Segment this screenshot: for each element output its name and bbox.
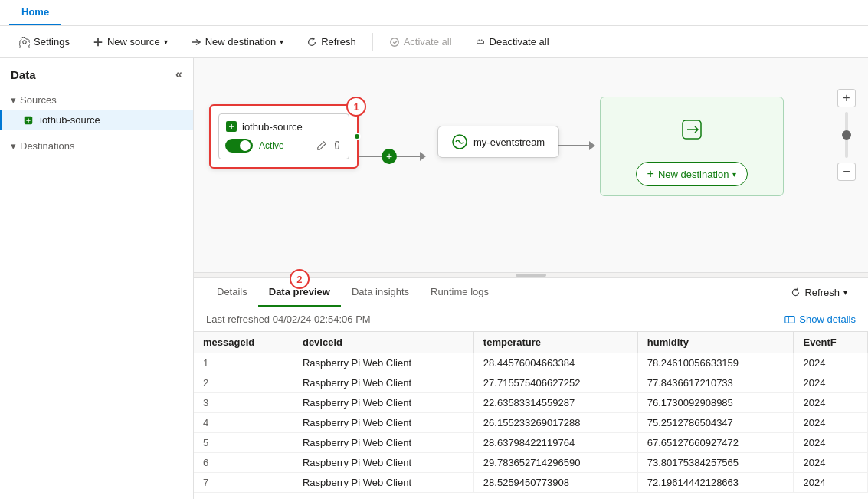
- source-node-inner: iothub-source Active: [218, 113, 349, 159]
- activate-icon: [389, 37, 400, 48]
- settings-label: Settings: [34, 36, 70, 48]
- active-label: Active: [259, 140, 284, 151]
- activate-all-label: Activate all: [404, 36, 452, 48]
- new-destination-label: New destination: [205, 36, 277, 48]
- col-header-eventF: EventF: [794, 332, 868, 353]
- refresh-button[interactable]: Refresh: [296, 31, 366, 53]
- cell-messageId: 4: [194, 413, 293, 433]
- cell-messageId: 2: [194, 373, 293, 393]
- divider-handle: [516, 274, 546, 277]
- cell-messageId: 7: [194, 473, 293, 493]
- settings-button[interactable]: Settings: [9, 31, 80, 53]
- cell-temperature: 28.5259450773908: [473, 473, 637, 493]
- cell-deviceId: Raspberry Pi Web Client: [293, 393, 473, 413]
- table-row: 5 Raspberry Pi Web Client 28.63798422119…: [194, 433, 868, 453]
- table-row: 6 Raspberry Pi Web Client 29.78365271429…: [194, 453, 868, 473]
- show-details-label: Show details: [799, 314, 856, 325]
- connector-1: +: [359, 149, 426, 164]
- new-destination-button[interactable]: New destination ▾: [181, 31, 294, 53]
- annotation-1: 1: [346, 97, 366, 117]
- annotation-2: 2: [290, 269, 310, 289]
- sidebar-collapse-icon[interactable]: «: [175, 67, 182, 81]
- cell-humidity: 73.80175384257565: [637, 453, 794, 473]
- sources-label: Sources: [20, 94, 57, 106]
- zoom-slider[interactable]: [845, 112, 848, 158]
- main-layout: Data « ▾ Sources iothub-source ▾ Destina…: [0, 58, 868, 499]
- deactivate-all-label: Deactivate all: [490, 36, 549, 48]
- edit-icon[interactable]: [316, 140, 327, 151]
- panel-refresh-chevron: ▾: [843, 288, 847, 297]
- cell-deviceId: Raspberry Pi Web Client: [293, 473, 473, 493]
- cell-eventF: 2024: [794, 473, 868, 493]
- iot-icon: [225, 120, 237, 133]
- table-body: 1 Raspberry Pi Web Client 28.44576004663…: [194, 353, 868, 493]
- tab-home[interactable]: Home: [9, 0, 61, 25]
- sidebar-item-iothub-source[interactable]: iothub-source: [0, 110, 193, 130]
- eventstream-icon: [452, 134, 467, 149]
- dest-plus: +: [647, 167, 654, 181]
- bottom-panel: Details 2 Data preview Data insights Run…: [194, 278, 868, 499]
- source-action-icons: [316, 140, 342, 151]
- destinations-label: Destinations: [20, 140, 75, 152]
- cell-messageId: 6: [194, 453, 293, 473]
- tab-details[interactable]: Details: [206, 278, 258, 307]
- source-node-title: iothub-source: [242, 121, 303, 133]
- cell-deviceId: Raspberry Pi Web Client: [293, 353, 473, 373]
- panel-refresh-icon: [791, 287, 801, 297]
- new-destination-node-btn[interactable]: + New destination ▾: [636, 162, 748, 186]
- last-refreshed-value: 04/02/24 02:54:06 PM: [273, 314, 371, 325]
- table-row: 2 Raspberry Pi Web Client 27.71557540662…: [194, 373, 868, 393]
- sidebar-destinations-section: ▾ Destinations: [0, 133, 193, 159]
- svg-rect-1: [477, 41, 483, 44]
- show-details-button[interactable]: Show details: [784, 314, 856, 325]
- active-toggle[interactable]: [225, 139, 253, 153]
- tab-data-preview[interactable]: 2 Data preview: [258, 278, 341, 307]
- new-dest-chevron: ▾: [280, 38, 283, 46]
- new-source-icon: [93, 37, 103, 48]
- panel-tab-right: Refresh ▾: [782, 282, 856, 303]
- cell-humidity: 75.2512786504347: [637, 413, 794, 433]
- source-node[interactable]: 1 iothub-source Active: [209, 104, 359, 169]
- cell-temperature: 22.63583314559287: [473, 393, 637, 413]
- zoom-in-button[interactable]: +: [837, 89, 856, 107]
- destinations-chevron-icon: ▾: [11, 140, 16, 152]
- source-node-icon: [23, 115, 34, 126]
- canvas-viewport: 1 iothub-source Active: [194, 58, 868, 272]
- destination-node[interactable]: + New destination ▾: [600, 97, 784, 196]
- refresh-label: Refresh: [321, 36, 356, 48]
- cell-humidity: 78.24610056633159: [637, 353, 794, 373]
- destinations-section-header[interactable]: ▾ Destinations: [0, 136, 193, 156]
- cell-humidity: 76.1730092908985: [637, 393, 794, 413]
- table-row: 7 Raspberry Pi Web Client 28.52594507739…: [194, 473, 868, 493]
- data-table-wrapper[interactable]: messageId deviceId temperature humidity …: [194, 332, 868, 499]
- toolbar-separator: [372, 33, 373, 51]
- tab-runtime-logs[interactable]: Runtime logs: [420, 278, 500, 307]
- toolbar: Settings New source ▾ New destination ▾ …: [0, 26, 868, 58]
- new-source-label: New source: [107, 36, 160, 48]
- new-source-button[interactable]: New source ▾: [83, 31, 178, 53]
- last-refreshed-label: Last refreshed: [206, 314, 270, 325]
- eventstream-node[interactable]: my-eventstream: [437, 126, 559, 158]
- zoom-out-button[interactable]: −: [837, 163, 856, 181]
- tab-data-insights[interactable]: Data insights: [341, 278, 420, 307]
- table-row: 1 Raspberry Pi Web Client 28.44576004663…: [194, 353, 868, 373]
- panel-tabs: Details 2 Data preview Data insights Run…: [194, 278, 868, 307]
- svg-rect-8: [785, 316, 794, 323]
- new-source-chevron: ▾: [164, 38, 168, 46]
- connector-2: [558, 141, 595, 150]
- cell-temperature: 26.155233269017288: [473, 413, 637, 433]
- conn-line-1: [359, 156, 382, 157]
- source-item-label: iothub-source: [40, 114, 100, 126]
- eventstream-title: my-eventstream: [473, 136, 545, 148]
- cell-messageId: 3: [194, 393, 293, 413]
- conn-plus-icon[interactable]: +: [382, 149, 397, 164]
- cell-temperature: 29.783652714296590: [473, 453, 637, 473]
- conn-arrow-1: [420, 152, 426, 161]
- activate-all-button[interactable]: Activate all: [379, 31, 462, 53]
- panel-refresh-button[interactable]: Refresh ▾: [782, 282, 856, 303]
- delete-icon[interactable]: [332, 140, 342, 151]
- cell-temperature: 28.63798422119764: [473, 433, 637, 453]
- data-preview-panel: Last refreshed 04/02/24 02:54:06 PM Show…: [194, 307, 868, 499]
- deactivate-all-button[interactable]: Deactivate all: [465, 31, 559, 53]
- sources-section-header[interactable]: ▾ Sources: [0, 90, 193, 110]
